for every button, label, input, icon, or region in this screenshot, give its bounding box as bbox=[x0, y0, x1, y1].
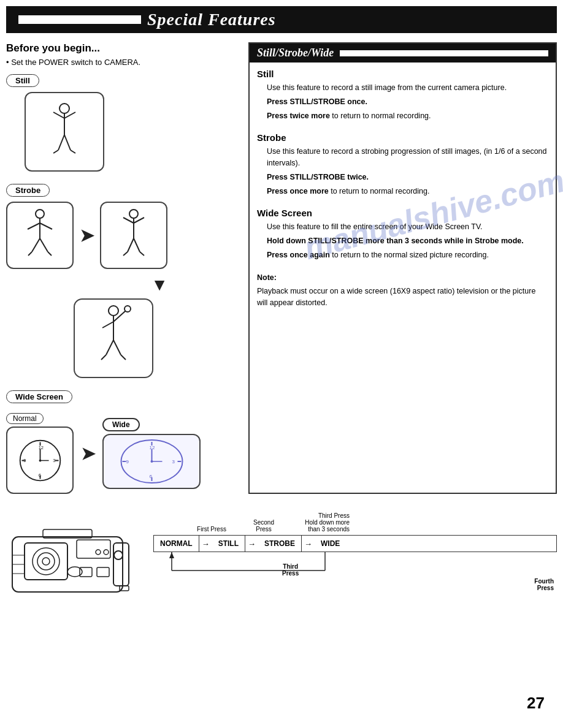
wide-clock-image: 12 3 6 9 bbox=[102, 434, 201, 489]
camera-svg bbox=[6, 506, 141, 604]
flow-return-area: ThirdPress bbox=[153, 552, 557, 577]
svg-rect-65 bbox=[113, 543, 129, 586]
svg-line-11 bbox=[40, 223, 52, 229]
strobe-section: Strobe ➤ bbox=[6, 184, 239, 378]
right-note-section: Note: Playback must occur on a wide scre… bbox=[257, 272, 548, 309]
svg-text:9: 9 bbox=[126, 459, 129, 464]
right-wide-text2: Hold down STILL/STROBE more than 3 secon… bbox=[257, 235, 548, 247]
strobe-arrow-down-container: ▼ bbox=[80, 275, 239, 295]
svg-text:12: 12 bbox=[38, 444, 43, 450]
flow-arrow-2: → bbox=[245, 539, 258, 548]
right-strobe-text2: Press STILL/STROBE twice. bbox=[257, 172, 548, 183]
strobe-arrow-right: ➤ bbox=[80, 226, 94, 246]
right-wide-section: Wide Screen Use this feature to fill the… bbox=[257, 208, 548, 260]
svg-point-56 bbox=[150, 460, 153, 463]
svg-text:3: 3 bbox=[172, 459, 175, 464]
svg-line-20 bbox=[128, 238, 134, 252]
flow-press-labels: First Press SecondPress Third PressHold … bbox=[153, 512, 557, 533]
still-label: Still bbox=[6, 74, 39, 87]
flow-normal-box: NORMAL bbox=[154, 536, 199, 552]
strobe-image-1 bbox=[6, 202, 74, 269]
svg-line-23 bbox=[140, 252, 144, 256]
svg-line-10 bbox=[28, 223, 40, 229]
first-press-label: First Press bbox=[184, 526, 239, 533]
wide-image-container: Wide 12 3 6 9 bbox=[102, 418, 201, 489]
svg-line-15 bbox=[48, 252, 52, 256]
svg-line-21 bbox=[134, 238, 140, 252]
flow-main-row: NORMAL → STILL → STROBE → WIDE bbox=[153, 535, 557, 552]
third-press-label-bottom: ThirdPress bbox=[282, 563, 299, 577]
right-column: Still/Strobe/Wide Still Use this feature… bbox=[248, 42, 557, 494]
right-still-text3: Press twice more to return to normal rec… bbox=[257, 110, 548, 122]
header-bar bbox=[18, 15, 141, 24]
svg-line-31 bbox=[101, 355, 106, 360]
clock-wide: 12 3 6 9 bbox=[107, 437, 196, 486]
strobe-images-row: ➤ bbox=[6, 202, 239, 269]
svg-line-4 bbox=[58, 135, 64, 150]
svg-rect-64 bbox=[97, 567, 109, 577]
right-wide-title: Wide Screen bbox=[257, 208, 548, 218]
right-strobe-text3: Press once more to return to normal reco… bbox=[257, 186, 548, 197]
wide-screen-section: Wide Screen Normal 12 bbox=[6, 390, 239, 494]
strobe-person-large bbox=[89, 305, 138, 372]
second-press-label: SecondPress bbox=[239, 519, 288, 533]
still-person-figure bbox=[40, 101, 89, 162]
strobe-arrow-down: ▼ bbox=[151, 275, 168, 295]
right-still-text2: Press STILL/STROBE once. bbox=[257, 96, 548, 108]
normal-image-container: Normal 12 3 6 9 bbox=[6, 413, 74, 494]
svg-text:6: 6 bbox=[149, 474, 152, 479]
right-strobe-title: Strobe bbox=[257, 132, 548, 143]
svg-line-13 bbox=[40, 238, 48, 252]
right-wide-text1: Use this feature to fill the entire scre… bbox=[257, 221, 548, 233]
svg-line-29 bbox=[106, 340, 113, 355]
wide-arrow-right: ➤ bbox=[81, 444, 95, 464]
flow-arrow-1: → bbox=[199, 539, 212, 548]
svg-text:6: 6 bbox=[38, 472, 40, 477]
svg-line-28 bbox=[102, 322, 113, 328]
svg-point-0 bbox=[59, 104, 69, 113]
before-you-begin-bullet: • Set the POWER switch to CAMERA. bbox=[6, 58, 239, 67]
svg-line-32 bbox=[121, 355, 126, 360]
svg-point-61 bbox=[42, 558, 50, 565]
still-image bbox=[25, 92, 104, 172]
bottom-section: First Press SecondPress Third PressHold … bbox=[6, 506, 557, 604]
wide-images-row: Normal 12 3 6 9 bbox=[6, 413, 239, 494]
right-strobe-text1: Use this feature to record a strobing pr… bbox=[257, 146, 548, 169]
svg-rect-63 bbox=[80, 567, 92, 577]
svg-point-59 bbox=[33, 548, 59, 575]
wide-label: Wide bbox=[102, 418, 140, 431]
svg-point-8 bbox=[36, 210, 44, 218]
svg-point-68 bbox=[104, 550, 109, 555]
svg-line-30 bbox=[113, 340, 121, 355]
wide-screen-label: Wide Screen bbox=[6, 390, 72, 403]
third-press-hold-label: Third PressHold down morethan 3 seconds bbox=[288, 512, 350, 533]
flow-wide-box: WIDE bbox=[315, 536, 346, 552]
page-title: Special Features bbox=[147, 10, 276, 29]
right-strobe-section: Strobe Use this feature to record a stro… bbox=[257, 132, 548, 197]
page-header: Special Features bbox=[6, 6, 557, 33]
svg-line-5 bbox=[64, 135, 71, 150]
strobe-label: Strobe bbox=[6, 184, 50, 197]
flow-diagram: First Press SecondPress Third PressHold … bbox=[153, 506, 557, 591]
right-panel-title: Still/Strobe/Wide bbox=[257, 47, 334, 59]
right-header-bar bbox=[340, 50, 548, 56]
svg-rect-62 bbox=[77, 540, 110, 558]
right-still-title: Still bbox=[257, 69, 548, 79]
right-still-text1: Use this feature to record a still image… bbox=[257, 82, 548, 94]
fourth-press-label: FourthPress bbox=[153, 578, 557, 591]
svg-point-16 bbox=[129, 210, 138, 218]
right-still-section: Still Use this feature to record a still… bbox=[257, 69, 548, 121]
strobe-image-large bbox=[74, 298, 153, 378]
svg-line-22 bbox=[123, 252, 128, 256]
right-note-text: Playback must occur on a wide screen (16… bbox=[257, 286, 548, 309]
svg-text:3: 3 bbox=[53, 458, 55, 463]
svg-line-12 bbox=[32, 238, 40, 252]
clock-normal: 12 3 6 9 bbox=[17, 438, 63, 483]
svg-point-24 bbox=[109, 306, 118, 316]
svg-point-44 bbox=[39, 459, 41, 461]
svg-line-6 bbox=[53, 150, 58, 153]
svg-point-60 bbox=[37, 553, 55, 570]
before-you-begin-title: Before you begin... bbox=[6, 42, 239, 55]
strobe-person-2 bbox=[112, 208, 155, 263]
svg-point-69 bbox=[114, 551, 123, 559]
